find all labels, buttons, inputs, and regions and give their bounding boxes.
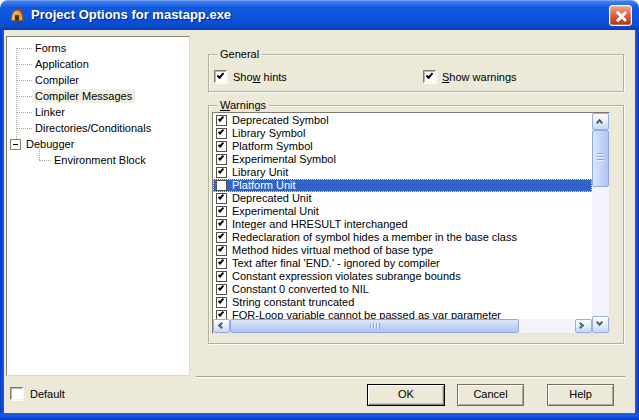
window-title: Project Options for mastapp.exe xyxy=(31,7,231,22)
tree-line-stub xyxy=(16,112,32,113)
warning-checkbox[interactable] xyxy=(216,167,227,178)
warning-item[interactable]: Deprecated Unit xyxy=(213,192,592,205)
warning-item[interactable]: Experimental Unit xyxy=(213,205,592,218)
tree-item-compiler-messages[interactable]: Compiler Messages xyxy=(7,88,189,104)
warning-item[interactable]: String constant truncated xyxy=(213,296,592,309)
warning-item[interactable]: Library Symbol xyxy=(213,127,592,140)
warning-checkbox[interactable] xyxy=(216,206,227,217)
tree-item-label: Debugger xyxy=(23,137,77,151)
warning-item[interactable]: Constant 0 converted to NIL xyxy=(213,283,592,296)
warning-item-label: Deprecated Unit xyxy=(232,192,312,205)
warning-item-label: Platform Unit xyxy=(232,179,296,192)
warning-checkbox[interactable] xyxy=(216,154,227,165)
warning-item[interactable]: Redeclaration of symbol hides a member i… xyxy=(213,231,592,244)
help-button[interactable]: Help xyxy=(547,384,614,406)
checkmark-icon xyxy=(218,271,224,277)
warning-checkbox[interactable] xyxy=(216,258,227,269)
warning-item[interactable]: Method hides virtual method of base type xyxy=(213,244,592,257)
checkbox-box[interactable] xyxy=(10,387,23,400)
checkbox-box[interactable] xyxy=(214,70,227,83)
vertical-scroll-thumb[interactable] xyxy=(592,130,609,187)
warning-item-label: Experimental Symbol xyxy=(232,153,336,166)
scroll-down-button[interactable] xyxy=(592,316,609,333)
warning-item[interactable]: Platform Unit xyxy=(213,179,592,192)
warning-checkbox[interactable] xyxy=(216,115,227,126)
warning-checkbox[interactable] xyxy=(216,180,227,191)
warning-item[interactable]: Text after final 'END.' - ignored by com… xyxy=(213,257,592,270)
tree-item-application[interactable]: Application xyxy=(7,56,189,72)
warning-item-label: Redeclaration of symbol hides a member i… xyxy=(232,231,517,244)
tree-item-forms[interactable]: Forms xyxy=(7,40,189,56)
tree-item-directories-conditionals[interactable]: Directories/Conditionals xyxy=(7,120,189,136)
checkmark-icon xyxy=(218,115,224,121)
warnings-group-label: Warnings xyxy=(217,98,269,112)
checkmark-icon xyxy=(218,219,224,225)
default-checkbox[interactable]: Default xyxy=(10,387,65,400)
checkmark-icon xyxy=(218,245,224,251)
chevron-down-icon xyxy=(596,319,603,326)
warning-item-label: Integer and HRESULT interchanged xyxy=(232,218,408,231)
warning-checkbox[interactable] xyxy=(216,310,227,319)
tree-item-label: Linker xyxy=(32,105,68,119)
checkmark-icon xyxy=(426,71,434,79)
cancel-button[interactable]: Cancel xyxy=(457,384,524,406)
tree-item-environment-block[interactable]: Environment Block xyxy=(7,152,189,168)
scroll-left-button[interactable] xyxy=(213,319,230,333)
warning-checkbox[interactable] xyxy=(216,284,227,295)
tree-collapse-button[interactable] xyxy=(10,139,21,150)
warning-item[interactable]: Integer and HRESULT interchanged xyxy=(213,218,592,231)
warning-item[interactable]: FOR-Loop variable cannot be passed as va… xyxy=(213,309,592,319)
warning-item-label: Library Unit xyxy=(232,166,288,179)
tree-item-label: Compiler Messages xyxy=(32,89,135,103)
show-hints-checkbox[interactable]: Show hints xyxy=(214,70,287,83)
tree-item-label: Forms xyxy=(32,41,69,55)
warning-item-label: Library Symbol xyxy=(232,127,305,140)
chevron-up-icon xyxy=(596,119,603,126)
checkmark-icon xyxy=(217,71,225,79)
warning-item[interactable]: Constant expression violates subrange bo… xyxy=(213,270,592,283)
warning-checkbox[interactable] xyxy=(216,245,227,256)
warning-item[interactable]: Library Unit xyxy=(213,166,592,179)
close-icon[interactable] xyxy=(609,5,632,26)
vertical-scrollbar[interactable] xyxy=(592,113,609,333)
warning-item-label: FOR-Loop variable cannot be passed as va… xyxy=(232,309,501,319)
warning-item-label: Method hides virtual method of base type xyxy=(232,244,433,257)
scroll-right-button[interactable] xyxy=(575,319,592,333)
warning-checkbox[interactable] xyxy=(216,193,227,204)
checkmark-icon xyxy=(218,167,224,173)
warning-item[interactable]: Experimental Symbol xyxy=(213,153,592,166)
warnings-list: Deprecated SymbolLibrary SymbolPlatform … xyxy=(212,112,610,334)
checkbox-box[interactable] xyxy=(423,70,436,83)
tree-line-stub xyxy=(16,96,32,97)
tree-line-stub xyxy=(16,128,32,129)
default-label: Default xyxy=(30,388,65,400)
horizontal-scrollbar[interactable] xyxy=(213,319,592,333)
title-bar[interactable]: Project Options for mastapp.exe xyxy=(0,0,639,30)
checkmark-icon xyxy=(218,258,224,264)
tree-item-compiler[interactable]: Compiler xyxy=(7,72,189,88)
tree-line-stub xyxy=(16,64,32,65)
warning-item[interactable]: Platform Symbol xyxy=(213,140,592,153)
tree-item-linker[interactable]: Linker xyxy=(7,104,189,120)
tree-item-debugger[interactable]: Debugger xyxy=(7,136,189,152)
show-warnings-checkbox[interactable]: Show warnings xyxy=(423,70,517,83)
tree-line-stub xyxy=(16,48,32,49)
warning-checkbox[interactable] xyxy=(216,141,227,152)
warning-checkbox[interactable] xyxy=(216,128,227,139)
warning-item-label: String constant truncated xyxy=(232,296,354,309)
general-group-label: General xyxy=(217,47,262,61)
scroll-up-button[interactable] xyxy=(592,113,609,130)
warning-item-label: Platform Symbol xyxy=(232,140,313,153)
horizontal-scroll-thumb[interactable] xyxy=(230,319,519,333)
delphi-helmet-icon[interactable] xyxy=(9,7,25,23)
project-options-dialog: Project Options for mastapp.exe FormsApp… xyxy=(0,0,639,420)
warning-checkbox[interactable] xyxy=(216,219,227,230)
warnings-rows: Deprecated SymbolLibrary SymbolPlatform … xyxy=(213,113,592,319)
window-border-bottom xyxy=(0,413,639,420)
warning-checkbox[interactable] xyxy=(216,271,227,282)
show-hints-label: Show hints xyxy=(233,71,287,83)
ok-button[interactable]: OK xyxy=(367,384,445,406)
warning-item[interactable]: Deprecated Symbol xyxy=(213,114,592,127)
warning-checkbox[interactable] xyxy=(216,232,227,243)
warning-checkbox[interactable] xyxy=(216,297,227,308)
